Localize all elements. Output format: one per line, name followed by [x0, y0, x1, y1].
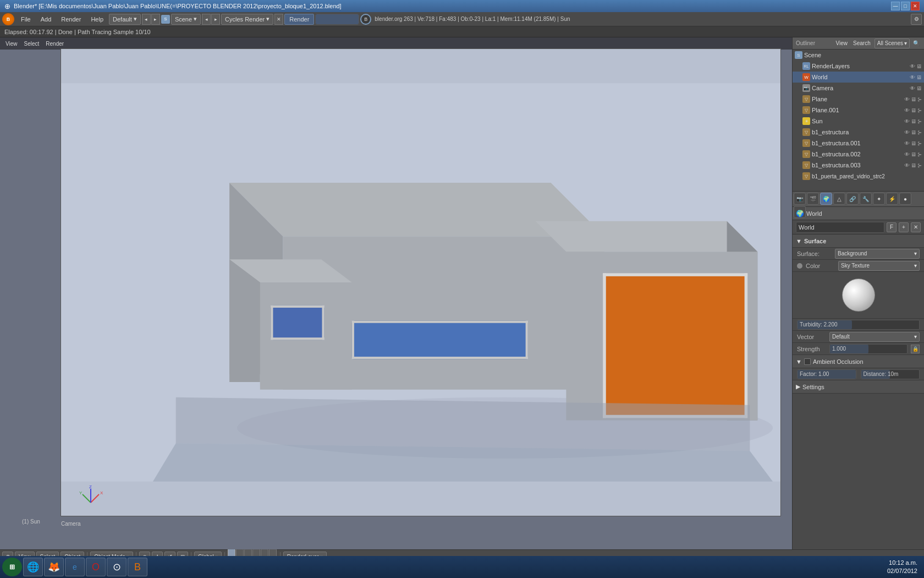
render-label: Render [289, 16, 309, 23]
outliner: Outliner View Search All Scenes▾ 🔍 S Sce… [793, 37, 924, 192]
layer-2[interactable] [236, 549, 244, 557]
outliner-search-icon[interactable]: 🔍 [912, 39, 921, 48]
outliner-item-world[interactable]: W World 👁 🖥 [793, 72, 924, 83]
layout-arrows: ◂ ▸ [142, 14, 160, 25]
layer-1[interactable] [228, 549, 235, 557]
surface-dropdown[interactable]: Background ▾ [835, 249, 920, 259]
world-f-btn[interactable]: F [887, 222, 897, 232]
world-x-btn[interactable]: ✕ [911, 222, 921, 232]
blender-logo-menu[interactable]: B [2, 13, 14, 25]
menu-render[interactable]: Render [57, 15, 85, 24]
engine-dropdown[interactable]: Cycles Render ▾ [221, 14, 273, 25]
close-button[interactable]: ✕ [911, 2, 920, 10]
outliner-item-b1estructura001[interactable]: ▽ b1_estructura.001 👁 🖥 ⊱ [793, 138, 924, 149]
menu-add[interactable]: Add [36, 15, 56, 24]
ao-factor-slider[interactable]: Factor: 1.00 [797, 369, 856, 379]
status-text: Elapsed: 00:17.92 | Done | Path Tracing … [4, 29, 151, 35]
tab-render[interactable]: 📷 [794, 193, 806, 205]
tab-world[interactable]: 🌍 [820, 193, 832, 205]
taskbar-chrome[interactable]: ⊙ [107, 558, 127, 576]
maximize-button[interactable]: □ [901, 2, 910, 10]
layer-6[interactable] [269, 549, 277, 557]
strength-lock[interactable]: 🔒 [911, 345, 920, 353]
outliner-item-plane[interactable]: ▽ Plane 👁 🖥 ⊱ [793, 94, 924, 105]
outliner-item-b1estructura002[interactable]: ▽ b1_estructura.002 👁 🖥 ⊱ [793, 149, 924, 160]
surface-section-header[interactable]: ▼ Surface [793, 235, 924, 248]
vector-dropdown[interactable]: Default ▾ [829, 332, 920, 342]
viewport-menu-render[interactable]: Render [43, 41, 66, 47]
engine-x[interactable]: ✕ [274, 14, 283, 25]
tab-scene[interactable]: 🎬 [807, 193, 819, 205]
outliner-header: Outliner View Search All Scenes▾ 🔍 [793, 37, 924, 50]
outliner-item-plane001[interactable]: ▽ Plane.001 👁 🖥 ⊱ [793, 105, 924, 116]
svg-rect-13 [322, 306, 324, 340]
tab-material[interactable]: ● [899, 193, 911, 205]
world-name-input[interactable] [796, 222, 884, 233]
layer-3[interactable] [244, 549, 252, 557]
outliner-title: Outliner [796, 40, 832, 46]
layout-next[interactable]: ▸ [151, 14, 160, 25]
strength-label: Strength [797, 346, 827, 352]
search-menu[interactable]: Search [851, 40, 872, 46]
taskbar-ie[interactable]: 🌐 [23, 558, 43, 576]
strength-slider[interactable]: 1.000 [829, 344, 908, 354]
scene-prev[interactable]: ◂ [202, 14, 211, 25]
all-scenes-dropdown[interactable]: All Scenes▾ [875, 39, 910, 48]
tab-particles[interactable]: ✦ [873, 193, 885, 205]
color-value: Sky Texture [841, 263, 870, 269]
menu-file[interactable]: File [16, 15, 35, 24]
svg-rect-11 [271, 337, 324, 340]
scene-arrows: ◂ ▸ [202, 14, 220, 25]
outliner-item-sun[interactable]: ☀ Sun 👁 🖥 ⊱ [793, 116, 924, 127]
title-bar: ⊕ Blender* [E:\Mis documentos\Juan Pablo… [0, 0, 924, 12]
outliner-item-b1estructura003[interactable]: ▽ b1_estructura.003 👁 🖥 ⊱ [793, 160, 924, 171]
outliner-item-scene[interactable]: S Scene [793, 50, 924, 61]
ao-distance-label: Distance: 10m [864, 371, 899, 377]
svg-line-32 [82, 494, 91, 503]
taskbar-blender[interactable]: B [128, 558, 147, 576]
svg-rect-18 [352, 321, 354, 359]
tab-physics[interactable]: ⚡ [886, 193, 898, 205]
ao-checkbox[interactable] [804, 358, 811, 365]
turbidity-slider[interactable]: Turbidity: 2.200 [797, 320, 920, 330]
layout-prev[interactable]: ◂ [142, 14, 151, 25]
taskbar-ie2[interactable]: e [65, 558, 85, 576]
scene-next[interactable]: ▸ [211, 14, 220, 25]
layer-5[interactable] [261, 549, 268, 557]
settings-section-header[interactable]: ▶ Settings [793, 380, 924, 394]
layout-dropdown[interactable]: Default ▾ [109, 14, 141, 25]
properties-panel: 📷 🎬 🌍 △ 🔗 🔧 ✦ ⚡ ● ▦ 🌍 World F + [793, 192, 924, 549]
outliner-item-b1puerta[interactable]: ▽ b1_puerta_pared_vidrio_strc2 [793, 171, 924, 182]
svg-text:X: X [100, 490, 103, 495]
start-button[interactable]: ⊞ [2, 558, 22, 576]
layer-4[interactable] [252, 549, 260, 557]
color-label: Color [806, 263, 836, 269]
world-add-btn[interactable]: + [899, 222, 909, 232]
outliner-item-renderlayers[interactable]: RL RenderLayers 👁 🖥 [793, 61, 924, 72]
tab-modifiers[interactable]: 🔧 [860, 193, 872, 205]
minimize-button[interactable]: — [891, 2, 900, 10]
ao-distance-slider[interactable]: Distance: 10m [861, 369, 920, 379]
taskbar-firefox[interactable]: 🦊 [44, 558, 64, 576]
turbidity-label: Turbidity: 2.200 [800, 321, 838, 328]
settings-icon[interactable]: ⚙ [911, 14, 922, 25]
view-menu[interactable]: View [834, 40, 850, 46]
surface-row: Surface: Background ▾ [793, 248, 924, 260]
color-dropdown[interactable]: Sky Texture ▾ [838, 261, 920, 271]
world-section-header: 🌍 World [793, 207, 924, 220]
outliner-item-camera[interactable]: 📷 Camera 👁 🖥 [793, 83, 924, 94]
viewport-menu-view[interactable]: View [3, 41, 20, 47]
tab-constraints[interactable]: 🔗 [846, 193, 859, 205]
color-sphere[interactable] [842, 279, 875, 312]
outliner-item-b1estructura[interactable]: ▽ b1_estructura 👁 🖥 ⊱ [793, 127, 924, 138]
tab-object[interactable]: △ [833, 193, 845, 205]
taskbar-opera[interactable]: O [86, 558, 106, 576]
viewport[interactable]: View Select Render [0, 37, 792, 549]
settings-label: Settings [802, 384, 824, 390]
surface-label: Surface [804, 238, 826, 244]
viewport-menu-select[interactable]: Select [22, 41, 42, 47]
render-btn[interactable]: Render [284, 14, 314, 25]
menu-help[interactable]: Help [86, 15, 108, 24]
ao-section-header[interactable]: ▼ Ambient Occlusion [793, 355, 924, 368]
scene-dropdown[interactable]: Scene ▾ [171, 14, 201, 25]
